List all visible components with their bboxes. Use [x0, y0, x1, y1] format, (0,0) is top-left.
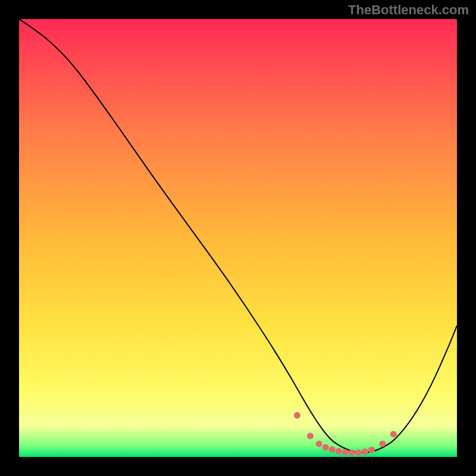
chart-background	[19, 19, 457, 457]
chart-svg	[19, 19, 457, 457]
highlight-marker	[342, 449, 349, 455]
highlight-marker	[294, 412, 300, 419]
highlight-marker	[329, 446, 336, 453]
highlight-marker	[336, 448, 342, 455]
highlight-marker	[362, 449, 368, 455]
highlight-marker	[355, 449, 362, 456]
highlight-marker	[316, 440, 322, 447]
highlight-marker	[307, 433, 314, 439]
watermark-text: TheBottleneck.com	[348, 2, 469, 18]
highlight-marker	[349, 449, 355, 456]
highlight-marker	[390, 431, 397, 437]
highlight-marker	[379, 440, 386, 447]
highlight-marker	[322, 444, 329, 450]
chart-plot-area	[19, 19, 457, 457]
highlight-marker	[368, 447, 375, 453]
